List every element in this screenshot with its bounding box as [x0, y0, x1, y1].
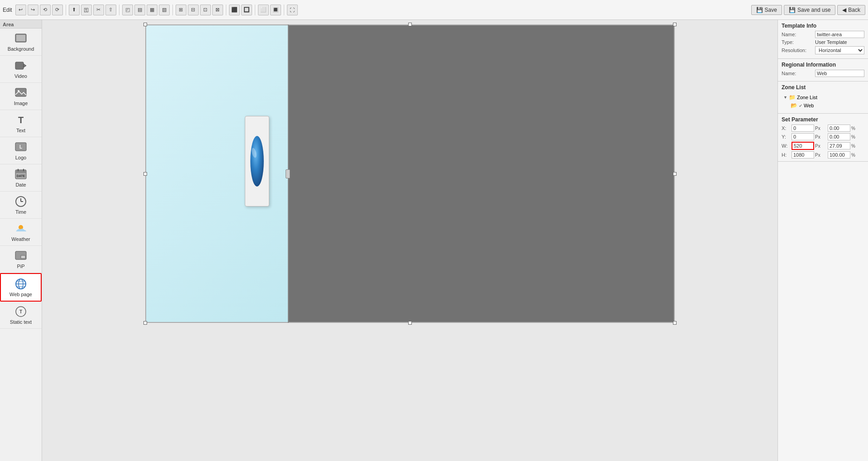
tb-btn-20[interactable]: 🔳: [270, 5, 281, 15]
zone-tree-web-item[interactable]: 📂 ✔ Web: [791, 101, 863, 110]
zone-check-icon: ✔: [799, 103, 802, 108]
param-h-px-input[interactable]: [792, 151, 814, 158]
zone-tree-child: 📂 ✔ Web: [783, 101, 863, 110]
sidebar-item-image[interactable]: Image: [0, 83, 42, 110]
zone-tree-root[interactable]: ▼ 📁 Zone List: [783, 93, 863, 101]
svg-text:T: T: [19, 309, 22, 314]
svg-rect-2: [15, 62, 24, 69]
sidebar-item-weather[interactable]: Weather: [0, 219, 42, 246]
param-x-pct-input[interactable]: [828, 125, 850, 132]
sep-3: [172, 5, 173, 15]
tb-btn-11[interactable]: ▦: [147, 5, 157, 15]
param-x-px-input[interactable]: [792, 125, 814, 132]
template-resolution-select[interactable]: Horizontal Vertical: [815, 46, 864, 54]
sidebar-item-pip[interactable]: PiP: [0, 246, 42, 273]
tb-btn-19[interactable]: ⬜: [258, 5, 269, 15]
handle-bot-left[interactable]: [143, 321, 147, 325]
regional-name-label: Name:: [782, 71, 813, 76]
param-h-pct-unit: %: [851, 153, 860, 158]
param-y-pct-unit: %: [851, 134, 860, 139]
save-label: Save: [765, 7, 777, 13]
handle-top-right[interactable]: [673, 23, 677, 26]
sidebar-item-text-label: Text: [16, 128, 25, 133]
zone-splitter[interactable]: [287, 24, 290, 323]
canvas-area[interactable]: [42, 20, 777, 461]
right-panel: Template Info Name: Type: User Template …: [777, 20, 868, 461]
tb-btn-10[interactable]: ▤: [134, 5, 145, 15]
handle-mid-left[interactable]: [143, 172, 147, 176]
save-use-button[interactable]: 💾 Save and use: [784, 5, 835, 15]
save-use-icon: 💾: [789, 7, 796, 13]
time-icon: [14, 195, 27, 208]
logo-icon: L: [14, 141, 27, 154]
image-icon: [14, 86, 27, 99]
tb-btn-8[interactable]: ⇧: [105, 5, 116, 15]
template-type-label: Type:: [782, 39, 813, 45]
sidebar-header: Area: [0, 20, 42, 29]
toolbar-label: Edit: [3, 7, 12, 13]
zone-tree: ▼ 📁 Zone List 📂 ✔ Web: [782, 92, 864, 110]
tb-btn-16[interactable]: ⊠: [212, 5, 223, 15]
tb-btn-13[interactable]: ⊞: [176, 5, 186, 15]
zone-right[interactable]: [289, 25, 674, 322]
tb-btn-21[interactable]: ⛶: [287, 5, 298, 15]
param-w-px-unit: Px: [815, 144, 827, 149]
tb-btn-14[interactable]: ⊟: [188, 5, 199, 15]
svg-rect-1: [16, 35, 25, 41]
tb-btn-17[interactable]: ⬛: [229, 5, 240, 15]
tb-btn-12[interactable]: ▧: [159, 5, 170, 15]
zone-tree-arrow: ▼: [783, 95, 787, 100]
tb-btn-7[interactable]: ✂: [93, 5, 104, 15]
svg-rect-18: [21, 255, 25, 259]
param-w-pct-input[interactable]: [828, 142, 850, 149]
sidebar-item-background[interactable]: Background: [0, 29, 42, 56]
param-w-pct-unit: %: [851, 144, 860, 149]
pip-icon: [14, 250, 27, 262]
sidebar-item-logo[interactable]: L Logo: [0, 137, 42, 164]
sidebar: Area Background Video Image T Text L: [0, 20, 42, 461]
template-name-label: Name:: [782, 32, 813, 37]
sidebar-item-statictext[interactable]: T Static text: [0, 302, 42, 329]
template-info-section: Template Info Name: Type: User Template …: [778, 20, 868, 59]
handle-mid-right[interactable]: [673, 172, 677, 176]
sidebar-item-image-label: Image: [14, 101, 28, 106]
tb-btn-6[interactable]: ⚿: [81, 5, 92, 15]
sidebar-item-background-label: Background: [8, 46, 34, 52]
back-button[interactable]: ◀ Back: [837, 5, 865, 15]
sidebar-item-time[interactable]: Time: [0, 192, 42, 219]
sidebar-item-video-label: Video: [14, 73, 27, 79]
handle-bot-mid[interactable]: [408, 321, 412, 325]
param-w-px-input[interactable]: [792, 142, 814, 150]
save-button[interactable]: 💾 Save: [751, 5, 782, 15]
handle-top-mid[interactable]: [408, 23, 412, 26]
template-info-title: Template Info: [782, 23, 864, 29]
sidebar-item-video[interactable]: Video: [0, 56, 42, 83]
sidebar-item-date[interactable]: DATE Date: [0, 164, 42, 192]
regional-name-input[interactable]: [815, 70, 864, 77]
param-x-px-unit: Px: [815, 126, 827, 131]
text-icon: T: [14, 114, 27, 126]
regional-name-row: Name:: [782, 70, 864, 77]
zone-tree-root-label: Zone List: [797, 95, 817, 100]
zone-left[interactable]: [146, 25, 288, 322]
tb-btn-18[interactable]: 🔲: [241, 5, 252, 15]
handle-bot-right[interactable]: [673, 321, 677, 325]
param-h-pct-input[interactable]: [828, 151, 850, 158]
tb-btn-1[interactable]: ↩: [15, 5, 26, 15]
param-y-pct-input[interactable]: [828, 133, 850, 140]
webpage-icon: [14, 278, 27, 290]
tb-btn-9[interactable]: ◰: [122, 5, 133, 15]
zone-splitter-handle[interactable]: [286, 169, 290, 178]
tb-btn-2[interactable]: ↪: [28, 5, 38, 15]
sep-1: [66, 5, 66, 15]
handle-top-left[interactable]: [143, 23, 147, 26]
tb-btn-3[interactable]: ⟲: [40, 5, 51, 15]
tb-btn-5[interactable]: ⬆: [69, 5, 80, 15]
tb-btn-15[interactable]: ⊡: [200, 5, 211, 15]
canvas-webpage-element[interactable]: [241, 109, 273, 213]
sidebar-item-text[interactable]: T Text: [0, 110, 42, 137]
tb-btn-4[interactable]: ⟳: [52, 5, 63, 15]
sidebar-item-webpage[interactable]: Web page: [0, 273, 42, 302]
param-y-px-input[interactable]: [792, 133, 814, 140]
template-name-input[interactable]: [815, 31, 864, 38]
